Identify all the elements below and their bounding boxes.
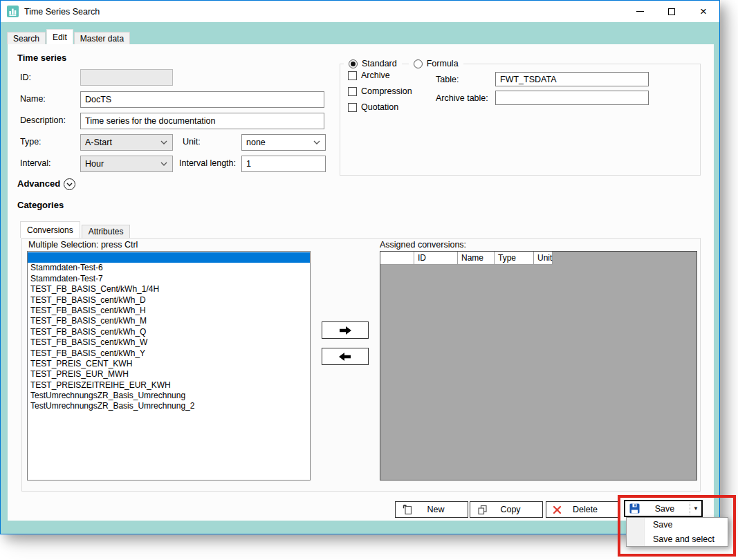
main-tab[interactable]: Search: [7, 32, 46, 44]
title-bar: Time Series Search ×: [1, 1, 719, 22]
table-label: Table:: [436, 75, 459, 84]
storage-type-radios: Standard Formula: [344, 59, 470, 68]
minimize-button[interactable]: [624, 1, 656, 22]
list-item[interactable]: TEST_FB_BASIS_cent/kWh_H: [28, 306, 310, 316]
categories-tab-strip: ConversionsAttributes: [20, 221, 131, 238]
main-tab-strip: SearchEditMaster data: [7, 29, 131, 44]
interval-dropdown[interactable]: Hour: [80, 156, 173, 172]
menu-items: SaveSave and select: [627, 518, 728, 547]
archive-table-field[interactable]: [495, 91, 649, 105]
categories-tab[interactable]: Attributes: [82, 225, 131, 238]
copy-button[interactable]: Copy: [470, 501, 543, 518]
assigned-table-header: IDNameTypeUnit: [380, 252, 697, 265]
multiple-selection-hint: Multiple Selection: press Ctrl: [28, 240, 138, 250]
chevron-down-icon: [160, 162, 167, 166]
name-field[interactable]: DocTS: [80, 91, 324, 108]
advanced-expander-button[interactable]: [64, 178, 75, 190]
close-icon: ×: [700, 6, 707, 17]
list-item[interactable]: TEST_FB_BASIS_Cent/kWh_1/4H: [28, 284, 310, 295]
desktop-background: Time Series Search × SearchEditMaster da…: [0, 0, 738, 560]
list-item[interactable]: TEST_FB_BASIS_cent/kWh_Q: [28, 327, 310, 337]
bar-chart-icon: [7, 6, 19, 17]
advanced-heading: Advanced: [17, 178, 60, 189]
list-item[interactable]: [28, 252, 310, 263]
column-header[interactable]: Type: [495, 252, 534, 265]
archive-table-label: Archive table:: [436, 93, 488, 103]
checkbox-option[interactable]: Compression: [348, 86, 412, 96]
available-conversions-list[interactable]: Stammdaten-Test-6Stammdaten-Test-7TEST_F…: [27, 251, 311, 480]
checkbox-label: Archive: [361, 71, 390, 80]
checkbox-label: Quotation: [361, 102, 398, 112]
storage-checkboxes: Archive Compression Quotation: [348, 71, 412, 118]
checkbox-icon: [348, 87, 357, 96]
main-tab[interactable]: Edit: [46, 29, 73, 44]
save-dropdown-toggle[interactable]: ▼: [690, 503, 701, 514]
save-dropdown-menu: SaveSave and select: [626, 517, 728, 547]
list-item[interactable]: TEST_FB_BASIS_cent/kWh_M: [28, 316, 310, 326]
description-label: Description:: [20, 115, 66, 125]
checkbox-icon: [348, 103, 357, 112]
checkbox-label: Compression: [361, 86, 412, 96]
radio-icon: [414, 59, 423, 68]
arrow-left-icon: [338, 352, 352, 362]
column-header[interactable]: [380, 252, 414, 265]
maximize-button[interactable]: [656, 1, 688, 22]
list-item[interactable]: TEST_PREIS_CENT_KWH: [28, 359, 310, 369]
menu-item[interactable]: Save and select: [627, 532, 728, 547]
interval-label: Interval:: [20, 158, 50, 168]
radio-label: Standard: [362, 59, 397, 68]
maximize-icon: [668, 8, 675, 15]
list-item[interactable]: TestUmrechnungsZR_Basis_Umrechnung_2: [28, 401, 310, 411]
minimize-icon: [636, 11, 644, 12]
arrow-right-icon: [338, 326, 352, 335]
list-item[interactable]: TEST_FB_BASIS_cent/kWh_Y: [28, 348, 310, 359]
chevron-down-icon: [160, 140, 167, 144]
checkbox-option[interactable]: Quotation: [348, 102, 412, 112]
list-item[interactable]: TEST_PREISZEITREIHE_EUR_KWH: [28, 380, 310, 391]
save-button[interactable]: Save ▼: [624, 500, 703, 517]
unit-dropdown[interactable]: none: [241, 134, 326, 151]
list-item[interactable]: TEST_PREIS_EUR_MWH: [28, 369, 310, 380]
interval-length-field[interactable]: 1: [241, 156, 326, 172]
radio-label: Formula: [427, 59, 459, 68]
id-field: [80, 69, 173, 86]
close-button[interactable]: ×: [688, 1, 719, 22]
list-item[interactable]: Stammdaten-Test-7: [28, 274, 310, 284]
new-button[interactable]: New: [395, 501, 468, 518]
copy-icon: [477, 504, 488, 516]
radio-option[interactable]: Standard: [344, 59, 402, 68]
categories-tab[interactable]: Conversions: [20, 221, 80, 238]
type-label: Type:: [20, 137, 41, 147]
list-item[interactable]: TEST_FB_BASIS_cent/kWh_D: [28, 295, 310, 306]
radio-option[interactable]: Formula: [409, 59, 463, 68]
column-header[interactable]: Name: [458, 252, 495, 265]
window-controls: ×: [624, 1, 719, 22]
description-field[interactable]: Time series for the documentation: [80, 113, 324, 129]
chevron-down-circle-icon: [66, 183, 73, 187]
assigned-conversions-table: IDNameTypeUnit: [380, 251, 697, 480]
list-item[interactable]: TestUmrechnungsZR_Basis_Umrechnung: [28, 391, 310, 401]
time-series-heading: Time series: [17, 53, 66, 63]
assigned-conversions-label: Assigned conversions:: [380, 240, 466, 250]
main-tab[interactable]: Master data: [74, 32, 130, 44]
column-header[interactable]: Unit: [534, 252, 553, 265]
type-dropdown[interactable]: A-Start: [80, 134, 173, 151]
delete-button[interactable]: Delete: [546, 501, 619, 518]
table-field[interactable]: FWT_TSDATA: [495, 72, 649, 86]
name-label: Name:: [20, 94, 46, 104]
list-item[interactable]: TEST_FB_BASIS_cent/kWh_W: [28, 337, 310, 348]
list-item[interactable]: Stammdaten-Test-6: [28, 263, 310, 273]
radio-icon: [349, 59, 358, 68]
column-header[interactable]: ID: [414, 252, 458, 265]
floppy-disk-icon: [629, 503, 640, 514]
window-title: Time Series Search: [24, 7, 100, 17]
menu-item[interactable]: Save: [627, 518, 728, 532]
chevron-down-icon: [313, 140, 320, 144]
checkbox-icon: [348, 71, 357, 80]
unassign-conversion-button[interactable]: [322, 348, 369, 365]
checkbox-option[interactable]: Archive: [348, 71, 412, 80]
assign-conversion-button[interactable]: [322, 321, 369, 339]
caret-down-icon: ▼: [693, 505, 699, 512]
unit-label: Unit:: [183, 137, 201, 147]
x-icon: [553, 505, 562, 514]
